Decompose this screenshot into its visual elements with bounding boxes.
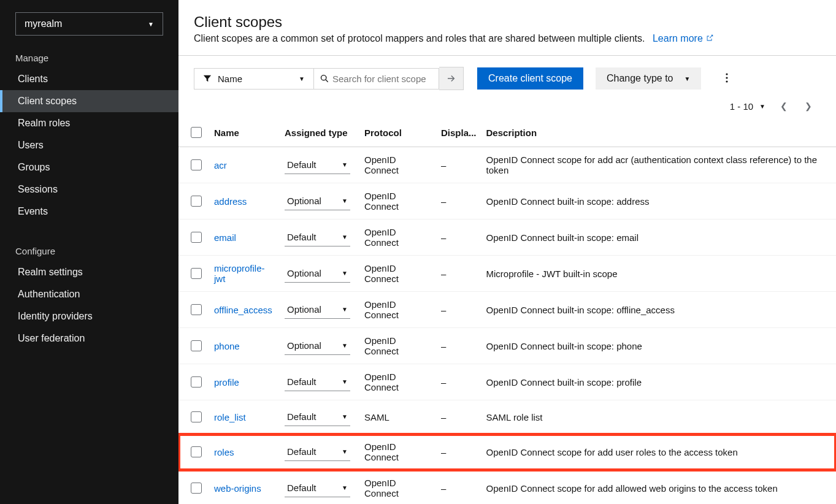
nav-item[interactable]: Groups [0, 156, 178, 178]
scope-name-link[interactable]: roles [214, 447, 234, 457]
nav-item[interactable]: Sessions [0, 178, 178, 200]
search-submit-button[interactable] [439, 67, 464, 90]
page-header: Client scopes Client scopes are a common… [178, 0, 836, 56]
row-checkbox[interactable] [191, 232, 202, 243]
learn-more-link[interactable]: Learn more [653, 33, 714, 44]
row-checkbox[interactable] [191, 159, 202, 170]
display-cell: – [436, 147, 481, 183]
row-checkbox[interactable] [191, 483, 202, 494]
nav-item[interactable]: Client scopes [0, 90, 178, 112]
nav-item[interactable]: Events [0, 200, 178, 223]
svg-point-2 [726, 80, 728, 82]
row-checkbox[interactable] [191, 376, 202, 388]
protocol-cell: OpenID Connect [359, 183, 436, 220]
nav-item[interactable]: Clients [0, 68, 178, 90]
protocol-cell: OpenID Connect [359, 470, 436, 505]
external-link-icon [705, 34, 714, 42]
page-description: Client scopes are a common set of protoc… [194, 33, 821, 44]
svg-point-0 [726, 73, 728, 75]
assigned-type-select[interactable]: Default▼ [285, 228, 350, 246]
protocol-cell: OpenID Connect [359, 328, 436, 364]
table-row: role_listDefault▼SAML–SAML role list [178, 400, 836, 434]
caret-down-icon: ▼ [342, 448, 348, 455]
main-content: Client scopes Client scopes are a common… [178, 0, 836, 504]
protocol-cell: OpenID Connect [359, 147, 436, 183]
scope-name-link[interactable]: microprofile-jwt [214, 263, 265, 284]
table-row: profileDefault▼OpenID Connect–OpenID Con… [178, 364, 836, 400]
search-input[interactable] [329, 69, 439, 89]
row-checkbox[interactable] [191, 304, 202, 315]
scope-name-link[interactable]: email [214, 232, 236, 243]
select-all-checkbox[interactable] [191, 127, 202, 138]
assigned-type-select[interactable]: Default▼ [285, 373, 350, 391]
assigned-type-select[interactable]: Optional▼ [285, 192, 350, 210]
scope-name-link[interactable]: address [214, 196, 247, 207]
protocol-cell: OpenID Connect [359, 364, 436, 400]
assigned-type-select[interactable]: Default▼ [285, 408, 350, 426]
protocol-cell: OpenID Connect [359, 292, 436, 328]
display-cell: – [436, 256, 481, 292]
scope-name-link[interactable]: offline_access [214, 305, 272, 315]
caret-down-icon: ▼ [342, 413, 348, 420]
assigned-type-select[interactable]: Optional▼ [285, 300, 350, 319]
scope-name-link[interactable]: role_list [214, 412, 246, 422]
display-cell: – [436, 434, 481, 470]
assigned-type-select[interactable]: Default▼ [285, 479, 350, 497]
filter-icon [203, 74, 212, 83]
table-row: addressOptional▼OpenID Connect–OpenID Co… [178, 183, 836, 220]
pagination-range[interactable]: 1 - 10 ▼ [730, 101, 765, 112]
row-checkbox[interactable] [191, 411, 202, 422]
section-configure-label: Configure [0, 241, 178, 261]
table-row: emailDefault▼OpenID Connect–OpenID Conne… [178, 220, 836, 256]
caret-down-icon: ▼ [342, 484, 348, 491]
col-header-type: Assigned type [280, 118, 359, 147]
protocol-cell: OpenID Connect [359, 256, 436, 292]
table-row: offline_accessOptional▼OpenID Connect–Op… [178, 292, 836, 328]
toolbar: Name ▼ Create client scope Change type t… [178, 56, 836, 96]
nav-item[interactable]: Realm settings [0, 261, 178, 283]
display-cell: – [436, 400, 481, 434]
nav-item[interactable]: User federation [0, 327, 178, 349]
description-cell: OpenID Connect scope for add user roles … [481, 434, 836, 470]
description-cell: Microprofile - JWT built-in scope [481, 256, 836, 292]
scope-name-link[interactable]: profile [214, 377, 239, 388]
change-type-button[interactable]: Change type to ▼ [596, 67, 701, 90]
caret-down-icon: ▼ [148, 21, 154, 28]
nav-item[interactable]: Identity providers [0, 305, 178, 327]
create-client-scope-button[interactable]: Create client scope [477, 67, 583, 90]
col-header-name: Name [209, 118, 280, 147]
caret-down-icon: ▼ [759, 103, 765, 110]
row-checkbox[interactable] [191, 196, 202, 207]
scope-name-link[interactable]: web-origins [214, 483, 261, 494]
assigned-type-select[interactable]: Default▼ [285, 443, 350, 461]
caret-down-icon: ▼ [299, 75, 305, 82]
description-cell: OpenID Connect built-in scope: email [481, 220, 836, 256]
description-cell: OpenID Connect scope for add allowed web… [481, 470, 836, 505]
assigned-type-select[interactable]: Optional▼ [285, 264, 350, 283]
table-row: acrDefault▼OpenID Connect–OpenID Connect… [178, 147, 836, 183]
display-cell: – [436, 328, 481, 364]
filter-category-select[interactable]: Name ▼ [194, 68, 313, 90]
assigned-type-select[interactable]: Default▼ [285, 156, 350, 174]
nav-item[interactable]: Users [0, 134, 178, 156]
assigned-type-select[interactable]: Optional▼ [285, 337, 350, 355]
section-manage-label: Manage [0, 48, 178, 68]
nav-item[interactable]: Realm roles [0, 112, 178, 134]
next-page-button[interactable]: ❯ [802, 99, 815, 113]
caret-down-icon: ▼ [342, 342, 348, 349]
scope-name-link[interactable]: acr [214, 160, 227, 170]
prev-page-button[interactable]: ❮ [778, 99, 790, 113]
table-row: rolesDefault▼OpenID Connect–OpenID Conne… [178, 434, 836, 470]
sidebar: myrealm ▼ Manage ClientsClient scopesRea… [0, 0, 178, 504]
kebab-menu-button[interactable] [721, 68, 733, 90]
row-checkbox[interactable] [191, 446, 202, 457]
svg-point-1 [726, 77, 728, 78]
nav-item[interactable]: Authentication [0, 283, 178, 305]
scope-name-link[interactable]: phone [214, 341, 240, 351]
caret-down-icon: ▼ [342, 234, 348, 240]
row-checkbox[interactable] [191, 340, 202, 351]
row-checkbox[interactable] [191, 268, 202, 279]
realm-name: myrealm [25, 18, 62, 29]
description-cell: SAML role list [481, 400, 836, 434]
realm-selector[interactable]: myrealm ▼ [15, 12, 163, 36]
